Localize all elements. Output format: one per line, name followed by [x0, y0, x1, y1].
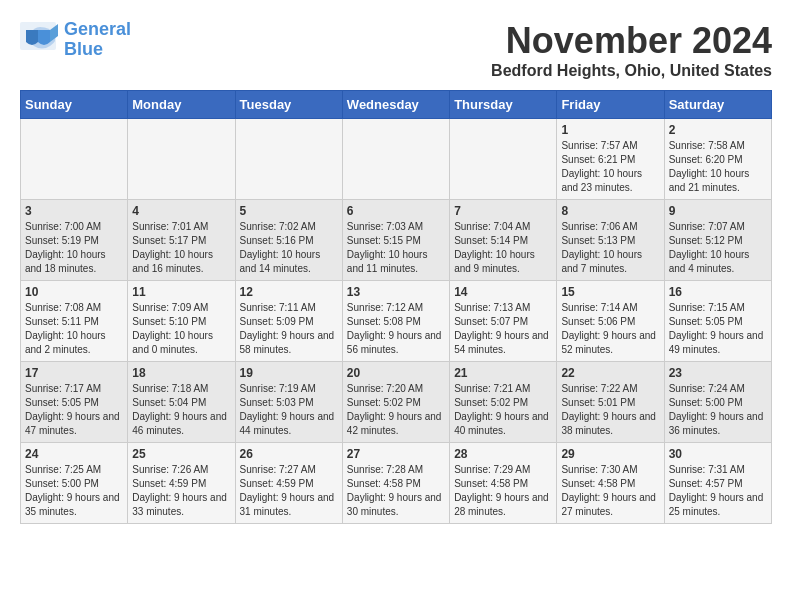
cell-content: Sunrise: 7:04 AM Sunset: 5:14 PM Dayligh… — [454, 220, 552, 276]
calendar-cell: 24Sunrise: 7:25 AM Sunset: 5:00 PM Dayli… — [21, 443, 128, 524]
logo-line1: General — [64, 19, 131, 39]
calendar-cell — [235, 119, 342, 200]
day-number: 28 — [454, 447, 552, 461]
calendar-cell: 19Sunrise: 7:19 AM Sunset: 5:03 PM Dayli… — [235, 362, 342, 443]
cell-content: Sunrise: 7:14 AM Sunset: 5:06 PM Dayligh… — [561, 301, 659, 357]
calendar-cell: 30Sunrise: 7:31 AM Sunset: 4:57 PM Dayli… — [664, 443, 771, 524]
cell-content: Sunrise: 7:12 AM Sunset: 5:08 PM Dayligh… — [347, 301, 445, 357]
calendar-cell: 6Sunrise: 7:03 AM Sunset: 5:15 PM Daylig… — [342, 200, 449, 281]
calendar-cell: 12Sunrise: 7:11 AM Sunset: 5:09 PM Dayli… — [235, 281, 342, 362]
calendar-table: SundayMondayTuesdayWednesdayThursdayFrid… — [20, 90, 772, 524]
logo-text: General Blue — [64, 20, 131, 60]
cell-content: Sunrise: 7:01 AM Sunset: 5:17 PM Dayligh… — [132, 220, 230, 276]
header-day-sunday: Sunday — [21, 91, 128, 119]
calendar-cell: 29Sunrise: 7:30 AM Sunset: 4:58 PM Dayli… — [557, 443, 664, 524]
header-day-saturday: Saturday — [664, 91, 771, 119]
day-number: 4 — [132, 204, 230, 218]
cell-content: Sunrise: 7:28 AM Sunset: 4:58 PM Dayligh… — [347, 463, 445, 519]
day-number: 26 — [240, 447, 338, 461]
day-number: 12 — [240, 285, 338, 299]
calendar-week-5: 24Sunrise: 7:25 AM Sunset: 5:00 PM Dayli… — [21, 443, 772, 524]
cell-content: Sunrise: 7:00 AM Sunset: 5:19 PM Dayligh… — [25, 220, 123, 276]
calendar-cell: 8Sunrise: 7:06 AM Sunset: 5:13 PM Daylig… — [557, 200, 664, 281]
cell-content: Sunrise: 7:17 AM Sunset: 5:05 PM Dayligh… — [25, 382, 123, 438]
day-number: 29 — [561, 447, 659, 461]
cell-content: Sunrise: 7:22 AM Sunset: 5:01 PM Dayligh… — [561, 382, 659, 438]
cell-content: Sunrise: 7:11 AM Sunset: 5:09 PM Dayligh… — [240, 301, 338, 357]
day-number: 17 — [25, 366, 123, 380]
header-day-wednesday: Wednesday — [342, 91, 449, 119]
day-number: 11 — [132, 285, 230, 299]
day-number: 2 — [669, 123, 767, 137]
logo: General Blue — [20, 20, 131, 60]
cell-content: Sunrise: 7:07 AM Sunset: 5:12 PM Dayligh… — [669, 220, 767, 276]
calendar-cell: 13Sunrise: 7:12 AM Sunset: 5:08 PM Dayli… — [342, 281, 449, 362]
cell-content: Sunrise: 7:30 AM Sunset: 4:58 PM Dayligh… — [561, 463, 659, 519]
calendar-cell: 2Sunrise: 7:58 AM Sunset: 6:20 PM Daylig… — [664, 119, 771, 200]
calendar-cell: 22Sunrise: 7:22 AM Sunset: 5:01 PM Dayli… — [557, 362, 664, 443]
calendar-cell: 7Sunrise: 7:04 AM Sunset: 5:14 PM Daylig… — [450, 200, 557, 281]
calendar-week-2: 3Sunrise: 7:00 AM Sunset: 5:19 PM Daylig… — [21, 200, 772, 281]
calendar-cell: 18Sunrise: 7:18 AM Sunset: 5:04 PM Dayli… — [128, 362, 235, 443]
cell-content: Sunrise: 7:13 AM Sunset: 5:07 PM Dayligh… — [454, 301, 552, 357]
calendar-cell: 23Sunrise: 7:24 AM Sunset: 5:00 PM Dayli… — [664, 362, 771, 443]
calendar-cell: 20Sunrise: 7:20 AM Sunset: 5:02 PM Dayli… — [342, 362, 449, 443]
header-day-thursday: Thursday — [450, 91, 557, 119]
day-number: 7 — [454, 204, 552, 218]
calendar-cell — [450, 119, 557, 200]
cell-content: Sunrise: 7:02 AM Sunset: 5:16 PM Dayligh… — [240, 220, 338, 276]
cell-content: Sunrise: 7:20 AM Sunset: 5:02 PM Dayligh… — [347, 382, 445, 438]
cell-content: Sunrise: 7:19 AM Sunset: 5:03 PM Dayligh… — [240, 382, 338, 438]
cell-content: Sunrise: 7:57 AM Sunset: 6:21 PM Dayligh… — [561, 139, 659, 195]
day-number: 9 — [669, 204, 767, 218]
day-number: 8 — [561, 204, 659, 218]
cell-content: Sunrise: 7:08 AM Sunset: 5:11 PM Dayligh… — [25, 301, 123, 357]
calendar-week-4: 17Sunrise: 7:17 AM Sunset: 5:05 PM Dayli… — [21, 362, 772, 443]
calendar-cell: 15Sunrise: 7:14 AM Sunset: 5:06 PM Dayli… — [557, 281, 664, 362]
day-number: 21 — [454, 366, 552, 380]
calendar-header: SundayMondayTuesdayWednesdayThursdayFrid… — [21, 91, 772, 119]
calendar-cell: 17Sunrise: 7:17 AM Sunset: 5:05 PM Dayli… — [21, 362, 128, 443]
day-number: 22 — [561, 366, 659, 380]
day-number: 30 — [669, 447, 767, 461]
calendar-cell: 10Sunrise: 7:08 AM Sunset: 5:11 PM Dayli… — [21, 281, 128, 362]
calendar-cell: 28Sunrise: 7:29 AM Sunset: 4:58 PM Dayli… — [450, 443, 557, 524]
day-number: 27 — [347, 447, 445, 461]
calendar-body: 1Sunrise: 7:57 AM Sunset: 6:21 PM Daylig… — [21, 119, 772, 524]
day-number: 3 — [25, 204, 123, 218]
day-number: 16 — [669, 285, 767, 299]
logo-line2: Blue — [64, 39, 103, 59]
calendar-week-1: 1Sunrise: 7:57 AM Sunset: 6:21 PM Daylig… — [21, 119, 772, 200]
header-day-friday: Friday — [557, 91, 664, 119]
logo-icon — [20, 22, 60, 57]
calendar-cell: 11Sunrise: 7:09 AM Sunset: 5:10 PM Dayli… — [128, 281, 235, 362]
cell-content: Sunrise: 7:31 AM Sunset: 4:57 PM Dayligh… — [669, 463, 767, 519]
calendar-cell: 25Sunrise: 7:26 AM Sunset: 4:59 PM Dayli… — [128, 443, 235, 524]
cell-content: Sunrise: 7:58 AM Sunset: 6:20 PM Dayligh… — [669, 139, 767, 195]
day-number: 14 — [454, 285, 552, 299]
day-number: 20 — [347, 366, 445, 380]
cell-content: Sunrise: 7:15 AM Sunset: 5:05 PM Dayligh… — [669, 301, 767, 357]
header-day-monday: Monday — [128, 91, 235, 119]
calendar-cell: 4Sunrise: 7:01 AM Sunset: 5:17 PM Daylig… — [128, 200, 235, 281]
cell-content: Sunrise: 7:29 AM Sunset: 4:58 PM Dayligh… — [454, 463, 552, 519]
calendar-cell — [128, 119, 235, 200]
calendar-cell: 1Sunrise: 7:57 AM Sunset: 6:21 PM Daylig… — [557, 119, 664, 200]
day-number: 15 — [561, 285, 659, 299]
calendar-cell — [21, 119, 128, 200]
day-number: 5 — [240, 204, 338, 218]
calendar-cell: 26Sunrise: 7:27 AM Sunset: 4:59 PM Dayli… — [235, 443, 342, 524]
calendar-cell: 9Sunrise: 7:07 AM Sunset: 5:12 PM Daylig… — [664, 200, 771, 281]
calendar-cell: 3Sunrise: 7:00 AM Sunset: 5:19 PM Daylig… — [21, 200, 128, 281]
day-number: 13 — [347, 285, 445, 299]
cell-content: Sunrise: 7:21 AM Sunset: 5:02 PM Dayligh… — [454, 382, 552, 438]
cell-content: Sunrise: 7:25 AM Sunset: 5:00 PM Dayligh… — [25, 463, 123, 519]
cell-content: Sunrise: 7:27 AM Sunset: 4:59 PM Dayligh… — [240, 463, 338, 519]
cell-content: Sunrise: 7:18 AM Sunset: 5:04 PM Dayligh… — [132, 382, 230, 438]
day-number: 23 — [669, 366, 767, 380]
calendar-cell: 21Sunrise: 7:21 AM Sunset: 5:02 PM Dayli… — [450, 362, 557, 443]
day-number: 1 — [561, 123, 659, 137]
calendar-cell — [342, 119, 449, 200]
calendar-cell: 14Sunrise: 7:13 AM Sunset: 5:07 PM Dayli… — [450, 281, 557, 362]
calendar-cell: 5Sunrise: 7:02 AM Sunset: 5:16 PM Daylig… — [235, 200, 342, 281]
